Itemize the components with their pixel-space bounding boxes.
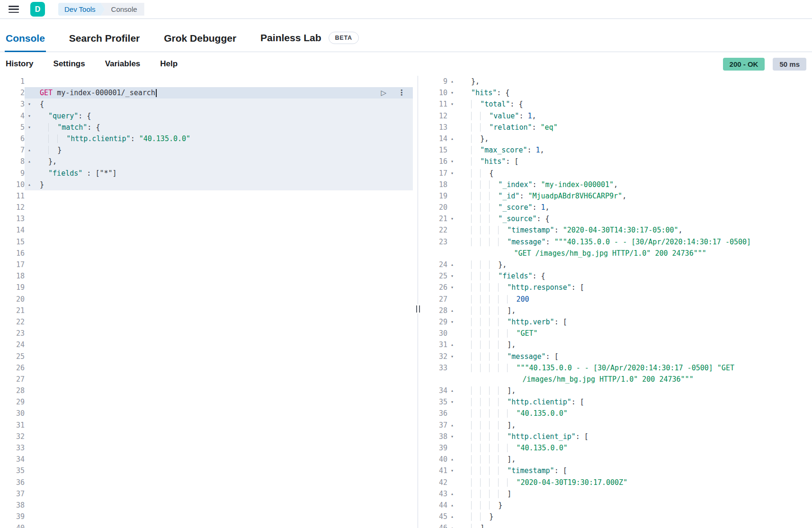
code-text[interactable]: "http.clientip": [ — [457, 396, 812, 408]
tab-grok-debugger[interactable]: Grok Debugger — [163, 33, 237, 52]
code-text[interactable] — [34, 362, 413, 374]
request-code-line[interactable]: 16 — [0, 248, 413, 259]
request-code-line[interactable]: 3▾{ — [0, 98, 413, 110]
request-code-line[interactable]: 33 — [0, 442, 413, 454]
code-text[interactable]: { — [457, 168, 812, 179]
request-code-line[interactable]: 22 — [0, 316, 413, 328]
code-text[interactable] — [34, 76, 413, 87]
request-code-line[interactable]: 40 — [0, 522, 413, 528]
request-code-line[interactable]: 8▴ }, — [0, 156, 413, 167]
code-text[interactable]: GET my-index-000001/_search▷⋮ — [34, 87, 413, 98]
code-text[interactable]: "match": { — [34, 122, 413, 133]
code-text[interactable] — [34, 305, 413, 316]
code-text[interactable] — [34, 477, 413, 488]
response-code-line[interactable]: 45▴ } — [423, 511, 812, 522]
code-text[interactable]: { — [34, 98, 413, 110]
code-text[interactable]: ], — [457, 305, 812, 316]
response-code-line[interactable]: 32▾ "message": [ — [423, 351, 812, 362]
request-code-line[interactable]: 17 — [0, 259, 413, 270]
response-code-line[interactable]: 42 "2020-04-30T19:30:17.000Z" — [423, 477, 812, 488]
space-avatar[interactable]: D — [30, 2, 45, 17]
fold-toggle-icon[interactable]: ▾ — [447, 213, 457, 224]
request-code-line[interactable]: 2GET my-index-000001/_search▷⋮ — [0, 87, 413, 98]
request-code-line[interactable]: 10▴} — [0, 179, 413, 190]
response-code-line[interactable]: 14▴ }, — [423, 133, 812, 144]
response-code-line[interactable]: 27 200 — [423, 294, 812, 305]
request-code-line[interactable]: 14 — [0, 224, 413, 236]
response-code-line[interactable]: 18 "_index": "my-index-000001", — [423, 179, 812, 190]
response-code-line[interactable]: 19 "_id": "MjuadpABdr8VH6CARP9r", — [423, 190, 812, 202]
request-code-line[interactable]: 31 — [0, 420, 413, 431]
code-text[interactable]: } — [34, 144, 413, 156]
request-code-line[interactable]: 18 — [0, 270, 413, 282]
fold-toggle-icon[interactable]: ▴ — [25, 156, 34, 167]
code-text[interactable]: "max_score": 1, — [457, 144, 812, 156]
code-text[interactable]: "http.client_ip": [ — [457, 431, 812, 442]
fold-toggle-icon[interactable]: ▾ — [25, 98, 34, 110]
tab-painless-lab[interactable]: Painless Lab BETA — [259, 32, 360, 52]
fold-toggle-icon[interactable]: ▴ — [447, 339, 457, 350]
code-text[interactable] — [34, 270, 413, 282]
fold-toggle-icon[interactable]: ▾ — [447, 431, 457, 442]
code-text[interactable] — [34, 488, 413, 500]
request-code-line[interactable]: 26 — [0, 362, 413, 374]
fold-toggle-icon[interactable]: ▴ — [447, 511, 457, 522]
fold-toggle-icon[interactable]: ▾ — [447, 396, 457, 408]
fold-toggle-icon[interactable]: ▴ — [447, 454, 457, 465]
response-code-line[interactable]: 29▾ "http.verb": [ — [423, 316, 812, 328]
code-text[interactable]: "hits": [ — [457, 156, 812, 167]
panel-resizer-handle[interactable] — [414, 304, 421, 313]
request-code-line[interactable]: 7▴ } — [0, 144, 413, 156]
request-code-line[interactable]: 36 — [0, 477, 413, 488]
code-text[interactable]: "_score": 1, — [457, 202, 812, 213]
request-code-line[interactable]: 21 — [0, 305, 413, 316]
request-code-line[interactable]: 27 — [0, 374, 413, 385]
fold-toggle-icon[interactable]: ▾ — [447, 465, 457, 476]
request-code-line[interactable]: 37 — [0, 488, 413, 500]
code-text[interactable] — [34, 420, 413, 431]
code-text[interactable] — [34, 522, 413, 528]
request-code-line[interactable]: 32 — [0, 431, 413, 442]
response-code-line[interactable]: 36 "40.135.0.0" — [423, 408, 812, 419]
response-output[interactable]: 9▴ },10▾ "hits": {11▾ "total": {12 "valu… — [423, 76, 812, 528]
code-text[interactable] — [34, 500, 413, 511]
tab-console[interactable]: Console — [5, 33, 46, 52]
fold-toggle-icon[interactable]: ▾ — [25, 110, 34, 122]
fold-toggle-icon[interactable]: ▾ — [447, 87, 457, 98]
request-code-line[interactable]: 4▾ "query": { — [0, 110, 413, 122]
code-text[interactable] — [34, 351, 413, 362]
code-text[interactable]: }, — [457, 259, 812, 270]
response-code-line[interactable]: 12 "value": 1, — [423, 110, 812, 122]
code-text[interactable]: }, — [457, 76, 812, 87]
menu-variables[interactable]: Variables — [105, 59, 141, 69]
code-text[interactable]: ] — [457, 488, 812, 500]
code-text[interactable]: "2020-04-30T19:30:17.000Z" — [457, 477, 812, 488]
code-text[interactable]: ], — [457, 420, 812, 431]
response-code-line[interactable]: 21▾ "_source": { — [423, 213, 812, 224]
code-text[interactable]: ], — [457, 339, 812, 350]
code-text[interactable]: }, — [34, 156, 413, 167]
code-text[interactable]: "relation": "eq" — [457, 122, 812, 133]
fold-toggle-icon[interactable]: ▴ — [447, 76, 457, 87]
code-text[interactable]: } — [457, 511, 812, 522]
request-code-line[interactable]: 11 — [0, 190, 413, 202]
code-text[interactable] — [34, 282, 413, 293]
request-code-line[interactable]: 13 — [0, 213, 413, 224]
response-code-line[interactable]: 10▾ "hits": { — [423, 87, 812, 98]
code-text[interactable]: "40.135.0.0" — [457, 442, 812, 454]
code-text[interactable] — [34, 190, 413, 202]
code-text[interactable] — [34, 294, 413, 305]
code-text[interactable] — [34, 248, 413, 259]
fold-toggle-icon[interactable]: ▾ — [447, 316, 457, 328]
request-code-line[interactable]: 35 — [0, 465, 413, 476]
code-text[interactable]: }, — [457, 133, 812, 144]
request-code-line[interactable]: 1 — [0, 76, 413, 87]
code-text[interactable]: "hits": { — [457, 87, 812, 98]
menu-settings[interactable]: Settings — [54, 59, 85, 69]
code-text[interactable] — [34, 339, 413, 350]
response-code-line[interactable]: 17▾ { — [423, 168, 812, 179]
request-code-line[interactable]: 20 — [0, 294, 413, 305]
request-code-line[interactable]: 29 — [0, 396, 413, 408]
code-text[interactable] — [34, 259, 413, 270]
request-code-line[interactable]: 28 — [0, 385, 413, 396]
